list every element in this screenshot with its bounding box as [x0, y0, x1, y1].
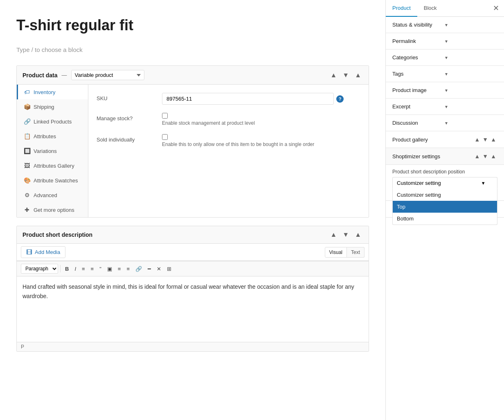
table-button[interactable]: ⊞ [164, 265, 174, 273]
chevron-down-icon-2: ▾ [445, 38, 498, 44]
right-sidebar: Product Block ✕ Status & visibility ▾ Pe… [385, 0, 504, 420]
sku-help-icon[interactable]: ? [336, 95, 344, 103]
panel-product-image-header[interactable]: Product image ▾ [386, 82, 504, 98]
fullscreen-button[interactable]: ✕ [154, 265, 164, 273]
tab-shipping[interactable]: 📦 Shipping [17, 99, 88, 114]
panel-discussion-header[interactable]: Discussion ▾ [386, 115, 504, 131]
editor-toolbar: Paragraph Heading 1 Heading 2 B I ≡ ≡ " … [17, 261, 369, 276]
panel-product-gallery-header: Product gallery ▲ ▼ ▲ [386, 131, 504, 148]
close-section-button[interactable]: ▲ [353, 71, 363, 80]
sold-individually-checkbox[interactable] [162, 134, 168, 140]
sold-individually-hint: Enable this to only allow one of this it… [162, 141, 360, 147]
panel-product-gallery: Product gallery ▲ ▼ ▲ [386, 131, 504, 148]
manage-stock-checkbox-row [162, 113, 360, 119]
add-media-button[interactable]: 🎞 Add Media [21, 246, 65, 258]
sold-individually-checkbox-row [162, 134, 360, 140]
tab-variations[interactable]: 🔲 Variations [17, 144, 88, 158]
product-gallery-down-button[interactable]: ▼ [481, 135, 489, 144]
short-desc-down-button[interactable]: ▼ [341, 230, 351, 239]
panel-status-visibility-header[interactable]: Status & visibility ▾ [386, 17, 504, 33]
panel-tags-header[interactable]: Tags ▾ [386, 66, 504, 82]
ordered-list-button[interactable]: ≡ [88, 265, 97, 273]
panel-status-visibility-label: Status & visibility [392, 22, 445, 28]
header-actions: ▲ ▼ ▲ [328, 71, 363, 80]
product-data-dash: — [62, 72, 67, 78]
product-gallery-close-button[interactable]: ▲ [489, 135, 497, 144]
link-button[interactable]: 🔗 [133, 265, 144, 273]
format-select[interactable]: Paragraph Heading 1 Heading 2 [21, 264, 58, 274]
shoptimizer-down-button[interactable]: ▼ [481, 152, 489, 160]
add-media-icon: 🎞 [26, 249, 32, 256]
horizontal-rule-button[interactable]: ━ [145, 265, 153, 273]
chevron-down-icon-6: ▾ [445, 104, 498, 110]
bold-button[interactable]: B [63, 265, 71, 273]
tab-linked-products-label: Linked Products [34, 119, 72, 125]
sold-individually-row: Sold individually Enable this to only al… [97, 134, 360, 147]
panel-product-image-label: Product image [392, 87, 445, 93]
text-tab[interactable]: Text [347, 247, 364, 258]
option-top[interactable]: Top [393, 201, 497, 213]
shoptimizer-up-button[interactable]: ▲ [473, 152, 481, 160]
chevron-down-icon-3: ▾ [445, 55, 498, 61]
panel-tags-label: Tags [392, 71, 445, 77]
panel-excerpt-label: Excerpt [392, 103, 445, 110]
sku-row: SKU ? [97, 93, 360, 105]
tab-inventory[interactable]: 🏷 Inventory [17, 85, 88, 99]
inventory-icon: 🏷 [24, 89, 30, 95]
position-current-value: Customizer setting [397, 180, 441, 186]
tab-attributes[interactable]: 📋 Attributes [17, 129, 88, 144]
sidebar-close-button[interactable]: ✕ [493, 4, 499, 12]
tab-shipping-label: Shipping [34, 104, 54, 110]
align-right-button[interactable]: ≡ [124, 265, 132, 273]
italic-button[interactable]: I [72, 265, 79, 273]
add-media-label: Add Media [35, 249, 60, 255]
panel-categories-header[interactable]: Categories ▾ [386, 49, 504, 65]
tab-attribute-swatches[interactable]: 🎨 Attribute Swatches [17, 173, 88, 188]
collapse-down-button[interactable]: ▼ [341, 71, 351, 80]
product-type-select[interactable]: Variable product Simple product Grouped … [71, 70, 144, 80]
tab-advanced-label: Advanced [34, 192, 57, 198]
panel-product-gallery-label: Product gallery [392, 137, 473, 143]
tab-advanced[interactable]: ⚙ Advanced [17, 188, 88, 202]
manage-stock-checkbox[interactable] [162, 113, 168, 119]
align-left-button[interactable]: ▣ [105, 265, 115, 273]
position-dropdown-button[interactable]: Customizer setting ▾ [392, 177, 497, 189]
sku-input[interactable] [162, 93, 334, 105]
option-customizer-setting[interactable]: Customizer setting [393, 189, 497, 201]
panel-permalink: Permalink ▾ [386, 33, 504, 49]
shipping-icon: 📦 [24, 103, 30, 110]
sidebar-tab-product[interactable]: Product [386, 0, 417, 17]
sku-field: ? [162, 93, 360, 105]
block-placeholder[interactable]: Type / to choose a block [16, 46, 369, 53]
panel-status-visibility: Status & visibility ▾ [386, 17, 504, 33]
align-center-button[interactable]: ≡ [115, 265, 124, 273]
blockquote-button[interactable]: " [97, 265, 104, 273]
sidebar-tabs: Product Block ✕ [386, 0, 504, 17]
tab-get-more-options[interactable]: ✚ Get more options [17, 202, 88, 217]
unordered-list-button[interactable]: ≡ [79, 265, 88, 273]
sidebar-tab-block[interactable]: Block [417, 0, 443, 17]
position-dropdown-wrapper: Customizer setting ▾ Customizer setting … [392, 177, 497, 189]
panel-categories-label: Categories [392, 54, 445, 61]
editor-content: Hand crafted with seasonal style in mind… [22, 283, 354, 299]
editor-area[interactable]: Hand crafted with seasonal style in mind… [17, 276, 369, 342]
option-bottom[interactable]: Bottom [393, 213, 497, 225]
product-data-header: Product data — Variable product Simple p… [17, 66, 369, 85]
panel-permalink-header[interactable]: Permalink ▾ [386, 33, 504, 49]
sku-label: SKU [97, 93, 162, 101]
visual-tab[interactable]: Visual [325, 247, 347, 258]
variations-icon: 🔲 [24, 148, 30, 154]
product-gallery-up-button[interactable]: ▲ [473, 135, 481, 144]
tab-inventory-label: Inventory [34, 89, 55, 95]
tab-attributes-gallery[interactable]: 🖼 Attributes Gallery [17, 158, 88, 173]
short-desc-up-button[interactable]: ▲ [328, 230, 338, 239]
panel-excerpt-header[interactable]: Excerpt ▾ [386, 99, 504, 115]
collapse-up-button[interactable]: ▲ [328, 71, 338, 80]
position-dropdown-menu: Customizer setting Top Bottom [392, 189, 497, 225]
tab-get-more-options-label: Get more options [34, 207, 74, 213]
shoptimizer-close-button[interactable]: ▲ [489, 152, 497, 160]
short-desc-close-button[interactable]: ▲ [353, 230, 363, 239]
visual-text-tabs: Visual Text [325, 247, 364, 258]
advanced-icon: ⚙ [24, 192, 30, 198]
tab-linked-products[interactable]: 🔗 Linked Products [17, 114, 88, 129]
